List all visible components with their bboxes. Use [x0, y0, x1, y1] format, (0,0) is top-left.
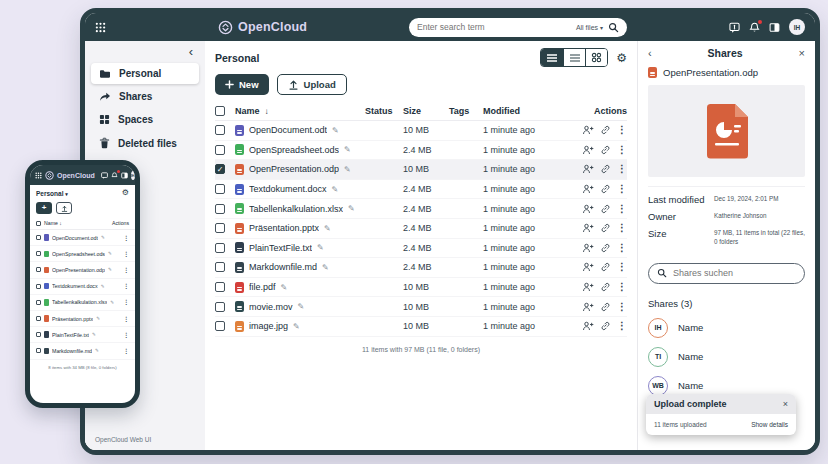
row-checkbox[interactable]: [36, 267, 41, 272]
file-name[interactable]: movie.mov: [249, 302, 293, 312]
file-name[interactable]: Präsentation.pptx: [249, 223, 319, 233]
person-add-icon[interactable]: [582, 204, 594, 214]
file-name[interactable]: OpenSpreadsheet.ods: [249, 145, 339, 155]
row-checkbox[interactable]: [215, 145, 225, 155]
kebab-icon[interactable]: ⋮: [617, 302, 627, 312]
file-name[interactable]: file.pdf: [249, 282, 276, 292]
table-row[interactable]: OpenSpreadsheet.ods✎⋮: [30, 246, 135, 262]
column-size[interactable]: Size: [403, 106, 449, 116]
kebab-icon[interactable]: ⋮: [123, 348, 129, 354]
rename-icon[interactable]: ✎: [108, 267, 112, 272]
table-row[interactable]: Textdokument.docx✎⋮: [30, 279, 135, 295]
table-row[interactable]: Markdownfile.md✎⋮: [30, 343, 135, 359]
toast-close-icon[interactable]: ×: [783, 399, 788, 409]
row-checkbox[interactable]: [215, 321, 225, 331]
view-condensed-button[interactable]: [541, 49, 563, 66]
link-icon[interactable]: [600, 243, 611, 253]
table-row[interactable]: Präsentation.pptx✎2.4 MB1 minute ago⋮: [215, 219, 627, 239]
table-row[interactable]: ✓OpenPresentation.odp✎10 MB1 minute ago⋮: [215, 160, 627, 180]
rename-icon[interactable]: ✎: [344, 165, 351, 174]
kebab-icon[interactable]: ⋮: [123, 299, 129, 305]
kebab-icon[interactable]: ⋮: [617, 204, 627, 214]
breadcrumb[interactable]: Personal ▾: [36, 190, 68, 197]
theme-toggle-icon[interactable]: [769, 22, 780, 33]
table-row[interactable]: Tabellenkalkulation.xlsx✎⋮: [30, 295, 135, 311]
column-modified[interactable]: Modified: [483, 106, 571, 116]
row-checkbox[interactable]: [36, 251, 41, 256]
kebab-icon[interactable]: ⋮: [617, 145, 627, 155]
shares-search-input[interactable]: [673, 268, 796, 278]
rename-icon[interactable]: ✎: [96, 316, 100, 321]
person-add-icon[interactable]: [582, 125, 594, 135]
row-checkbox[interactable]: [215, 125, 225, 135]
kebab-icon[interactable]: ⋮: [123, 283, 129, 289]
user-avatar[interactable]: IH: [789, 19, 805, 35]
kebab-icon[interactable]: ⋮: [123, 267, 129, 273]
row-checkbox[interactable]: [36, 348, 41, 353]
link-icon[interactable]: [600, 164, 611, 174]
person-add-icon[interactable]: [582, 243, 594, 253]
file-name[interactable]: Markdownfile.md: [249, 262, 317, 272]
kebab-icon[interactable]: ⋮: [617, 243, 627, 253]
rename-icon[interactable]: ✎: [348, 204, 355, 213]
table-row[interactable]: movie.mov✎10 MB1 minute ago⋮: [215, 297, 627, 317]
rename-icon[interactable]: ✎: [322, 263, 329, 272]
file-name[interactable]: Markdownfile.md: [52, 348, 92, 354]
kebab-icon[interactable]: ⋮: [617, 164, 627, 174]
search-input[interactable]: [417, 22, 571, 32]
share-person-row[interactable]: IHName: [648, 318, 805, 338]
person-add-icon[interactable]: [582, 164, 594, 174]
rename-icon[interactable]: ✎: [317, 243, 324, 252]
rename-icon[interactable]: ✎: [324, 224, 331, 233]
kebab-icon[interactable]: ⋮: [123, 332, 129, 338]
toast-show-details-link[interactable]: Show details: [751, 421, 788, 428]
link-icon[interactable]: [600, 302, 611, 312]
rename-icon[interactable]: ✎: [332, 126, 339, 135]
search-icon[interactable]: [608, 22, 619, 33]
link-icon[interactable]: [600, 184, 611, 194]
upload-button[interactable]: Upload: [277, 74, 347, 95]
rename-icon[interactable]: ✎: [281, 283, 288, 292]
link-icon[interactable]: [600, 125, 611, 135]
rename-icon[interactable]: ✎: [110, 300, 114, 305]
kebab-icon[interactable]: ⋮: [617, 223, 627, 233]
row-checkbox[interactable]: [36, 300, 41, 305]
table-row[interactable]: Präsentation.pptx✎⋮: [30, 311, 135, 327]
person-add-icon[interactable]: [582, 145, 594, 155]
rename-icon[interactable]: ✎: [95, 348, 99, 353]
panel-close-icon[interactable]: ×: [799, 48, 805, 59]
select-all-checkbox[interactable]: [36, 221, 41, 226]
kebab-icon[interactable]: ⋮: [123, 316, 129, 322]
rename-icon[interactable]: ✎: [344, 145, 351, 154]
link-icon[interactable]: [600, 204, 611, 214]
view-list-button[interactable]: [563, 49, 585, 66]
file-name[interactable]: PlainTextFile.txt: [249, 243, 312, 253]
column-name[interactable]: Name↓: [225, 106, 365, 116]
new-button[interactable]: +: [36, 202, 52, 214]
link-icon[interactable]: [600, 145, 611, 155]
theme-toggle-icon[interactable]: [121, 172, 128, 179]
row-checkbox[interactable]: [215, 282, 225, 292]
kebab-icon[interactable]: ⋮: [123, 235, 129, 241]
view-tiles-button[interactable]: [585, 49, 607, 66]
file-name[interactable]: Textdokument.docx: [52, 283, 98, 289]
person-add-icon[interactable]: [582, 262, 594, 272]
person-add-icon[interactable]: [582, 302, 594, 312]
person-add-icon[interactable]: [582, 223, 594, 233]
rename-icon[interactable]: ✎: [332, 185, 339, 194]
feedback-icon[interactable]: [729, 22, 740, 33]
upload-button[interactable]: [56, 202, 72, 214]
row-checkbox[interactable]: ✓: [215, 164, 225, 174]
table-row[interactable]: OpenSpreadsheet.ods✎2.4 MB1 minute ago⋮: [215, 141, 627, 161]
select-all-checkbox[interactable]: [215, 106, 225, 116]
file-name[interactable]: OpenDocument.odt: [249, 125, 327, 135]
rename-icon[interactable]: ✎: [101, 235, 105, 240]
row-checkbox[interactable]: [215, 204, 225, 214]
sidebar-collapse-icon[interactable]: ‹: [91, 47, 199, 61]
table-row[interactable]: file.pdf✎10 MB1 minute ago⋮: [215, 278, 627, 298]
column-status[interactable]: Status: [365, 106, 403, 116]
sidebar-item-spaces[interactable]: Spaces: [91, 109, 199, 130]
search-scope-select[interactable]: All files▾: [576, 24, 603, 31]
sidebar-item-deleted-files[interactable]: Deleted files: [91, 132, 199, 154]
sidebar-item-shares[interactable]: Shares: [91, 86, 199, 107]
